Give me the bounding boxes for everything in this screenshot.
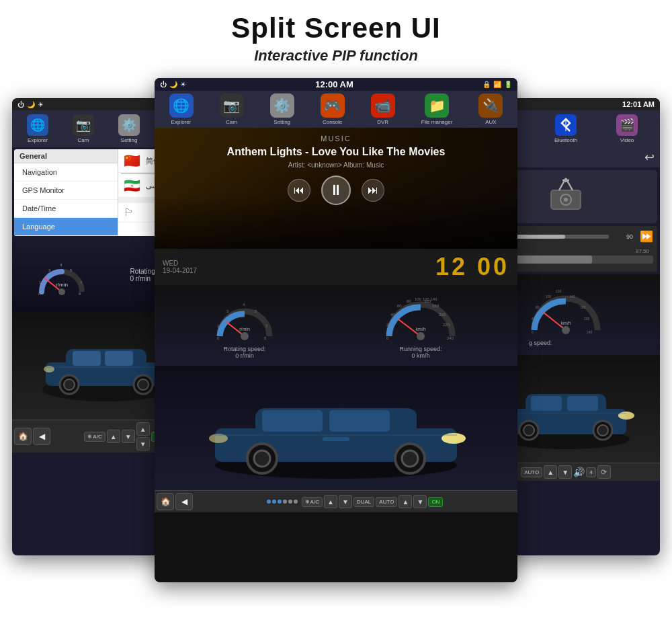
center-auto-btn[interactable]: AUTO [376,497,397,507]
svg-text:20: 20 [386,323,391,327]
center-ac-btn[interactable]: ❄ A/C [302,497,323,507]
antenna-svg [546,177,586,210]
right-temp-down[interactable]: ▼ [558,465,572,479]
left-back-btn[interactable]: ◀ [33,428,50,445]
slider1-val: 90 [613,233,633,240]
center-fan-down[interactable]: ▼ [413,495,427,508]
center-dual-btn[interactable]: DUAL [353,497,374,507]
svg-point-70 [564,198,568,202]
svg-rect-50 [329,410,390,432]
main-title: Split Screen UI [0,12,672,44]
music-content: MUSIC Anthem Lights - Love You Like The … [155,128,517,212]
svg-point-16 [64,379,75,390]
svg-point-18 [138,379,149,390]
center-brightness-icon: ☀ [180,81,186,88]
svg-text:100: 100 [546,295,552,299]
svg-point-55 [402,450,418,467]
center-console-label: Console [323,119,342,125]
svg-point-23 [241,332,249,340]
svg-text:km/h: km/h [415,327,425,331]
right-vol-btn[interactable]: 4 [586,467,595,477]
center-fan-up[interactable]: ▲ [398,495,412,508]
freq2: 87.50 [636,248,649,254]
power-icon: ⏻ [17,101,24,108]
right-video[interactable]: 🎬 Video [616,114,638,143]
center-temp-down[interactable]: ▼ [339,495,352,508]
left-fan-up[interactable]: ▲ [136,422,150,436]
left-ac-btn[interactable]: ❄ A/C [84,432,105,442]
svg-text:3: 3 [226,309,229,313]
other-flag: 🏳 [124,206,134,219]
center-home-btn[interactable]: 🏠 [157,493,174,510]
video-label: Video [620,137,634,143]
left-temp-up[interactable]: ▲ [107,430,120,443]
center-cam-label: Cam [226,119,237,125]
center-speedo-left: r/min 0 8 1 7 3 5 4 Rotating speed: 0 r/… [214,292,275,359]
center-bottom-bar: 🏠 ◀ ❄ A/C ▲ ▼ DUAL [155,490,517,512]
dot1 [267,500,271,504]
ff-icon[interactable]: ⏩ [640,230,653,243]
left-fan-down[interactable]: ▼ [136,437,150,450]
dot6 [294,500,298,504]
music-controls: ⏮ ⏸ ⏭ [163,175,509,205]
svg-text:200: 200 [584,317,590,321]
date-info: WED 19-04-2017 [163,260,197,274]
center-aux[interactable]: 🔌 AUX [478,93,503,125]
right-time: 12:01 AM [622,100,655,108]
left-app-explorer[interactable]: 🌐 Explorer [27,114,48,143]
right-auto-btn[interactable]: AUTO [521,467,542,477]
center-app-bar: 🌐 Explorer 📷 Cam ⚙️ Setting 🎮 Console 📹 … [155,91,517,128]
center-aux-icon: 🔌 [478,93,503,118]
left-home-btn[interactable]: 🏠 [14,428,32,445]
svg-point-91 [597,425,608,436]
next-btn[interactable]: ⏭ [362,179,384,202]
right-speedo-container: km/h 0 240 40 200 80 160 100 140 120 g s… [529,283,603,346]
moon-icon: 🌙 [27,101,35,108]
left-status-icons: ⏻ 🌙 ☀ [17,101,44,108]
center-temp-up[interactable]: ▲ [324,495,337,508]
center-setting-label: Setting [274,119,290,125]
center-power-icon: ⏻ [160,81,167,88]
center-explorer[interactable]: 🌐 Explorer [169,93,194,125]
right-temp-up[interactable]: ▲ [544,465,557,479]
center-ac-label: A/C [310,499,319,505]
center-dvr[interactable]: 📹 DVR [371,93,395,125]
music-label: MUSIC [163,134,509,143]
radio-icon [546,177,586,217]
left-app-cam[interactable]: 📷 Cam [73,114,94,143]
center-cam[interactable]: 📷 Cam [220,93,244,125]
svg-text:8: 8 [79,292,81,296]
vol-icon: 🔊 [573,467,585,477]
center-explorer-icon: 🌐 [169,93,194,118]
date-text: 19-04-2017 [163,267,197,274]
explorer-label: Explorer [28,137,48,143]
left-app-setting[interactable]: ⚙️ Setting [118,114,140,143]
center-status-bar: ⏻ 🌙 ☀ 12:00 AM 🔒 📶 🔋 [155,78,517,91]
center-filemanager[interactable]: 📁 File manager [421,93,453,125]
setting-label: Setting [121,137,138,143]
dot-indicators [267,500,298,504]
svg-text:4: 4 [60,263,62,267]
bluetooth-label: Bluetooth [554,137,577,143]
right-vol: 🔊 4 [573,467,595,477]
right-bluetooth[interactable]: Bluetooth [554,114,577,143]
svg-text:100 120 140: 100 120 140 [415,297,437,301]
prev-btn[interactable]: ⏮ [288,179,310,202]
center-on-btn[interactable]: ON [428,497,443,507]
center-console[interactable]: 🎮 Console [321,93,345,125]
svg-point-72 [562,326,570,334]
svg-text:60: 60 [397,304,402,308]
center-setting[interactable]: ⚙️ Setting [270,93,294,125]
center-time: 12:00 AM [315,79,353,89]
center-rotating-value: 0 r/min [214,352,275,359]
svg-text:8: 8 [264,336,267,340]
right-speed-label: g speed: [529,340,603,346]
svg-point-89 [523,425,534,436]
dot4 [283,500,287,504]
center-gauge1-svg: r/min 0 8 1 7 3 5 4 [214,292,275,343]
left-temp-down[interactable]: ▼ [122,430,135,443]
right-back-btn[interactable]: ↩ [644,150,655,165]
play-btn[interactable]: ⏸ [321,175,351,205]
center-back-btn[interactable]: ◀ [175,493,193,510]
center-left-icons: ⏻ 🌙 ☀ [160,79,186,89]
